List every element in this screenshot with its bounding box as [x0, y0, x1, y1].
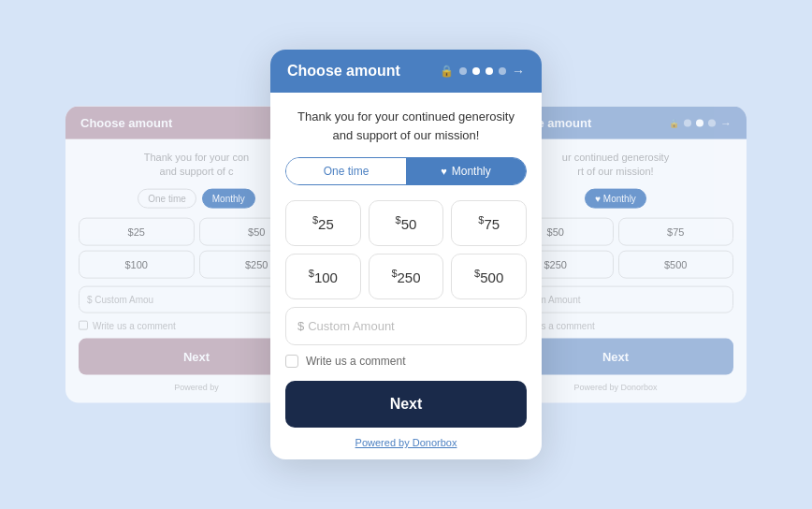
left-card-title: Choose amount — [80, 116, 172, 130]
right-amount-75: $75 — [618, 217, 734, 245]
comment-checkbox[interactable] — [285, 355, 298, 368]
comment-label: Write us a comment — [306, 355, 405, 368]
amount-100-button[interactable]: $100 — [285, 254, 361, 299]
step-dot-1 — [459, 67, 467, 75]
left-amount-25: $25 — [79, 217, 195, 245]
modal-tagline: Thank you for your continued generositya… — [285, 108, 527, 144]
modal-header-icons: 🔒 → — [440, 64, 525, 79]
custom-dollar-sign: $ — [297, 319, 304, 333]
left-amount-100: $100 — [79, 250, 195, 278]
amount-50-button[interactable]: $50 — [369, 200, 444, 246]
lock-icon: 🔒 — [440, 65, 454, 78]
right-monthly-tab: ♥ Monthly — [585, 188, 646, 208]
right-arrow-icon: → — [720, 116, 732, 129]
left-comment-checkbox — [79, 321, 88, 330]
amount-250-button[interactable]: $250 — [369, 254, 444, 299]
modal-body: Thank you for your continued generositya… — [270, 93, 542, 459]
monthly-tab-label: Monthly — [452, 165, 491, 178]
right-header-dots: 🔒 → — [669, 116, 732, 129]
step-dot-2 — [472, 67, 480, 75]
scene: Choose amount Thank you for your con and… — [0, 0, 812, 509]
right-dot-3 — [708, 119, 716, 126]
right-dot-2 — [696, 119, 703, 126]
comment-row: Write us a comment — [285, 355, 527, 368]
amount-75-button[interactable]: $75 — [451, 200, 527, 246]
right-dot-1 — [684, 119, 691, 126]
next-button[interactable]: Next — [285, 381, 527, 428]
custom-amount-placeholder: Custom Amount — [308, 319, 395, 333]
left-monthly-tab: Monthly — [202, 188, 255, 208]
powered-by-link[interactable]: Powered by Donorbox — [285, 437, 527, 448]
amounts-grid: $25 $50 $75 $100 $250 $500 — [285, 200, 527, 299]
modal-title: Choose amount — [287, 63, 400, 80]
right-lock-icon: 🔒 — [669, 118, 679, 127]
custom-amount-field[interactable]: $ Custom Amount — [285, 307, 527, 345]
frequency-tabs[interactable]: One time ♥ Monthly — [285, 157, 527, 185]
right-amount-500: $500 — [618, 250, 734, 278]
main-modal: Choose amount 🔒 → Thank you for your con… — [270, 50, 542, 459]
arrow-right-icon: → — [512, 64, 525, 79]
step-dot-4 — [499, 67, 506, 75]
step-dot-3 — [486, 67, 493, 75]
monthly-tab[interactable]: ♥ Monthly — [406, 158, 526, 184]
heart-icon: ♥ — [441, 166, 447, 177]
left-comment-label: Write us a comment — [93, 320, 176, 330]
amount-500-button[interactable]: $500 — [451, 254, 527, 299]
one-time-tab[interactable]: One time — [286, 158, 406, 184]
amount-25-button[interactable]: $25 — [285, 200, 361, 246]
modal-header: Choose amount 🔒 → — [270, 50, 542, 93]
left-onetime-tab: One time — [138, 188, 196, 208]
